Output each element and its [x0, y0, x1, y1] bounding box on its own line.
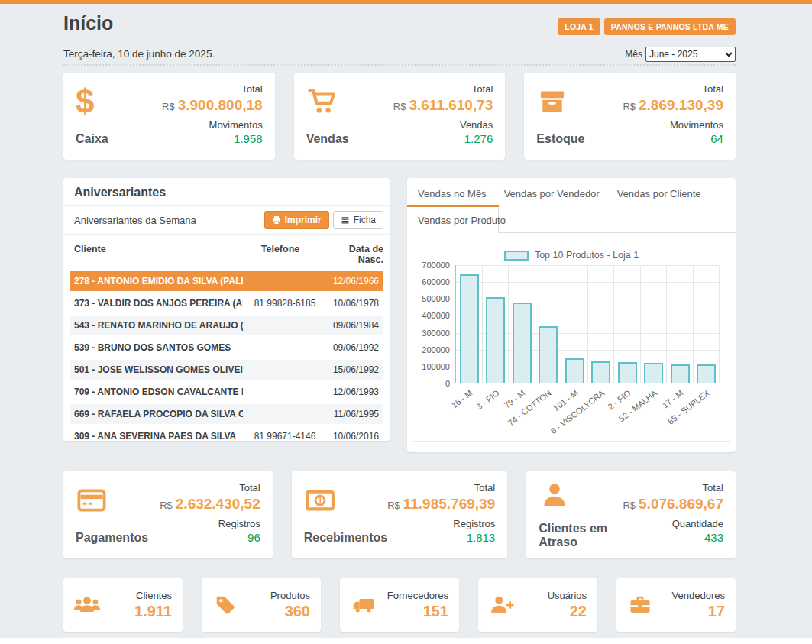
vendas-card: Vendas Total R$3.611.610,73 Vendas 1.276 — [294, 73, 506, 160]
column-cliente: Cliente — [74, 244, 238, 265]
stat-value: 360 — [243, 603, 310, 620]
estoque-card: Estoque Total R$2.869.130,39 Movimentos … — [524, 73, 736, 160]
card-label: Caixa — [76, 132, 160, 146]
truck-icon — [351, 594, 377, 616]
gridline — [666, 265, 667, 383]
usuarios-stat-card: Usuários 22 — [478, 578, 597, 632]
total-label: Total — [239, 482, 260, 494]
count-label: Vendas — [460, 119, 493, 131]
birthdate-cell: 12/06/1993 — [327, 387, 383, 397]
legend-swatch — [504, 251, 529, 261]
stat-cards-row: Clientes 1.911 Produtos 360 — [63, 578, 736, 632]
table-row[interactable]: 373 - VALDIR DOS ANJOS PEREIRA (AN...81 … — [70, 293, 383, 313]
list-icon — [341, 215, 350, 225]
print-button[interactable]: Imprimir — [264, 211, 329, 229]
money-bill-icon: 1 — [304, 486, 336, 515]
count-label: Movimentos — [209, 119, 263, 131]
shopping-cart-icon — [306, 87, 338, 116]
birthdate-cell: 10/06/1978 — [327, 298, 383, 309]
total-label: Total — [703, 482, 723, 494]
table-row[interactable]: 501 - JOSE WELISSON GOMES OLIVEIR...15/0… — [70, 360, 383, 380]
x-axis-tick-label: 3 - FIO — [474, 388, 500, 412]
count-label: Registros — [453, 518, 495, 529]
table-row[interactable]: 709 - ANTONIO EDSON CAVALCANTE D...12/06… — [70, 382, 383, 402]
tab-vendas-por-vendedor[interactable]: Vendas por Vendedor — [504, 188, 600, 199]
chart-legend: Top 10 Produtos - Loja 1 — [407, 250, 736, 261]
table-row[interactable]: 669 - RAFAELA PROCOPIO DA SILVA CA...11/… — [70, 404, 383, 424]
total-label: Total — [472, 83, 493, 95]
table-row[interactable]: 278 - ANTONIO EMIDIO DA SILVA (PALE...12… — [70, 271, 383, 291]
stat-value: 22 — [519, 603, 587, 620]
bar — [539, 326, 558, 383]
summary-cards-bottom: Pagamentos Total R$2.632.430,52 Registro… — [63, 471, 736, 558]
sales-tabs: Vendas no Mês Vendas por Vendedor Vendas… — [418, 188, 701, 199]
total-label: Total — [703, 83, 723, 95]
bar — [513, 303, 532, 383]
summary-cards-top: $ Caixa Total R$3.900.800,18 Movimentos … — [63, 73, 736, 160]
total-value: 3.611.610,73 — [409, 97, 493, 113]
card-label: Pagamentos — [76, 531, 159, 545]
gridline — [482, 265, 483, 383]
table-row[interactable]: 539 - BRUNO DOS SANTOS GOMES09/06/1992 — [70, 338, 383, 358]
birthdays-table-body: 278 - ANTONIO EMIDIO DA SILVA (PALE...12… — [63, 271, 390, 446]
svg-text:1: 1 — [317, 495, 322, 506]
birthdays-panel: Aniversariantes Aniversariantes da Seman… — [63, 178, 390, 441]
client-cell: 669 - RAFAELA PROCOPIO DA SILVA CA... — [74, 409, 243, 419]
bar — [486, 297, 505, 383]
client-cell: 278 - ANTONIO EMIDIO DA SILVA (PALE... — [74, 276, 243, 286]
currency-prefix: R$ — [623, 101, 636, 112]
phone-cell: 81 99828-6185 — [243, 298, 327, 309]
header-buttons: LOJA 1 PANNOS E PANNOS LTDA ME — [558, 18, 736, 35]
currency-prefix: R$ — [393, 101, 406, 112]
total-label: Total — [474, 482, 495, 494]
table-row[interactable]: 309 - ANA SEVERINA PAES DA SILVA81 99671… — [70, 426, 383, 446]
company-button[interactable]: PANNOS E PANNOS LTDA ME — [604, 18, 736, 35]
tab-vendas-por-produto[interactable]: Vendas por Produto — [407, 207, 499, 233]
tab-vendas-no-mes[interactable]: Vendas no Mês — [418, 188, 487, 199]
bar-chart-plot — [455, 265, 719, 383]
phone-cell: 81 99671-4146 — [243, 431, 327, 442]
bar — [644, 363, 663, 383]
total-value: 2.632.430,52 — [176, 496, 260, 512]
birthdate-cell: 11/06/1995 — [327, 409, 383, 419]
ficha-button[interactable]: Ficha — [333, 211, 383, 229]
bar — [618, 362, 637, 383]
birthdate-cell: 10/06/2016 — [327, 431, 383, 442]
client-cell: 539 - BRUNO DOS SANTOS GOMES — [74, 342, 243, 353]
gridline — [508, 265, 509, 383]
y-axis-tick-label: 600000 — [407, 277, 450, 286]
pagamentos-card: Pagamentos Total R$2.632.430,52 Registro… — [63, 471, 273, 558]
column-telefone: Telefone — [238, 244, 322, 265]
tab-vendas-por-cliente[interactable]: Vendas por Cliente — [617, 188, 701, 199]
count-value: 64 — [710, 132, 723, 145]
birthdays-table-header: Cliente Telefone Data de Nasc. — [63, 235, 390, 271]
y-axis-tick-label: 400000 — [407, 311, 450, 320]
printer-icon — [272, 215, 281, 225]
birthdays-title: Aniversariantes — [63, 178, 390, 206]
produtos-stat-card: Produtos 360 — [202, 578, 321, 632]
total-value: 3.900.800,18 — [178, 97, 263, 113]
stat-value: 151 — [381, 603, 448, 620]
client-cell: 373 - VALDIR DOS ANJOS PEREIRA (AN... — [74, 298, 243, 309]
header-divider — [63, 64, 736, 66]
y-axis-tick-label: 700000 — [407, 261, 450, 270]
client-cell: 501 - JOSE WELISSON GOMES OLIVEIR... — [74, 364, 243, 375]
chart-panel-divider — [413, 441, 730, 442]
count-value: 96 — [247, 531, 260, 544]
tabs-bottom-border — [499, 232, 736, 233]
recebimentos-card: 1 Recebimentos Total R$11.985.769,39 Reg… — [292, 471, 507, 558]
column-data-nasc: Data de Nasc. — [322, 244, 383, 265]
birthdate-cell: 09/06/1984 — [327, 320, 383, 331]
gridline — [535, 265, 535, 383]
table-row[interactable]: 543 - RENATO MARINHO DE ARAUJO (F...09/0… — [70, 316, 383, 335]
count-label: Registros — [218, 518, 260, 529]
month-select[interactable]: June - 2025 — [645, 47, 736, 62]
total-value: 5.076.869,67 — [639, 496, 723, 512]
sales-panel: Vendas no Mês Vendas por Vendedor Vendas… — [407, 178, 736, 452]
archive-box-icon — [536, 87, 568, 116]
stat-value: 17 — [658, 603, 725, 620]
store-button[interactable]: LOJA 1 — [558, 18, 600, 35]
y-axis-tick-label: 500000 — [407, 294, 450, 303]
y-axis-tick-label: 200000 — [407, 345, 450, 354]
total-value: 2.869.130,39 — [639, 97, 723, 113]
